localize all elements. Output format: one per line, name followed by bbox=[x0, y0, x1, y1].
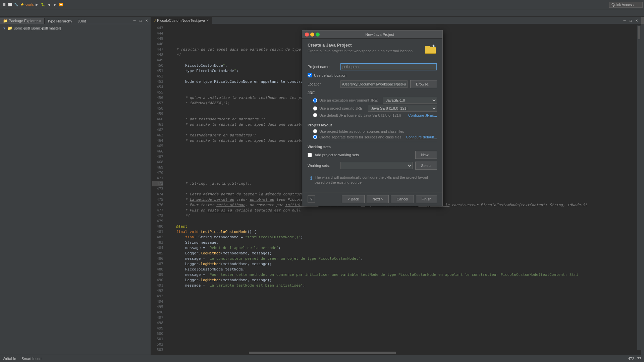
ln-470: 470 bbox=[152, 170, 163, 176]
browse-button[interactable]: Browse... bbox=[410, 80, 437, 88]
layout-option-1-label: Use project folder as root for sources a… bbox=[319, 129, 404, 133]
dialog-header-icon bbox=[424, 43, 437, 56]
dialog-header-title: Create a Java Project bbox=[308, 43, 414, 48]
working-sets-add-row: Add project to working sets New... bbox=[308, 151, 437, 159]
tab-type-hierarchy-label: Type Hierarchy bbox=[47, 19, 72, 23]
layout-radio-group: Use project folder as root for sources a… bbox=[308, 129, 437, 139]
layout-option-1-row: Use project folder as root for sources a… bbox=[313, 129, 437, 133]
h-scrollbar-thumb[interactable] bbox=[249, 352, 396, 354]
ln-464: 464 bbox=[152, 138, 163, 143]
toolbar-icon-7[interactable]: ⏩ bbox=[58, 2, 64, 7]
tab-package-explorer[interactable]: 📁 Package Explorer ✕ bbox=[0, 18, 45, 24]
ln-458: 458 bbox=[152, 106, 163, 111]
configure-default-link[interactable]: Configure default... bbox=[406, 135, 437, 139]
project-name-input[interactable] bbox=[340, 63, 437, 70]
code-485: Logger.logMethod(methodeName, message); bbox=[166, 251, 637, 256]
back-button[interactable]: < Back bbox=[342, 195, 365, 203]
h-scrollbar-track[interactable] bbox=[151, 351, 641, 355]
vertical-scrollbar[interactable] bbox=[637, 25, 641, 350]
add-to-working-sets-checkbox[interactable] bbox=[308, 153, 312, 157]
toolbar-icon-debug[interactable]: 🐛 bbox=[40, 2, 46, 7]
ln-443: 443 bbox=[152, 25, 163, 31]
scrollbar-thumb[interactable] bbox=[638, 26, 640, 39]
dialog-titlebar: New Java Project bbox=[302, 31, 442, 39]
ln-494: 494 bbox=[152, 299, 163, 304]
toolbar-icon-run[interactable]: ▶ bbox=[34, 2, 40, 7]
dialog-max-btn[interactable] bbox=[316, 33, 320, 37]
working-sets-select[interactable] bbox=[340, 162, 413, 169]
select-working-set-button[interactable]: Select bbox=[415, 162, 437, 170]
ln-482: 482 bbox=[152, 235, 163, 240]
ln-486: 486 bbox=[152, 256, 163, 261]
editor-max-icon[interactable]: □ bbox=[628, 18, 633, 23]
right-scrollbar-thumb[interactable] bbox=[641, 17, 644, 24]
editor-tab-label: PiccoloCustomNodeTest.java bbox=[157, 18, 205, 22]
jre-radio-3[interactable] bbox=[313, 113, 317, 117]
layout-radio-2[interactable] bbox=[313, 135, 317, 139]
editor-controls: ─ □ ✕ bbox=[621, 17, 641, 24]
jre-option-2-row: Use a project specific JRE: Java SE 8 [1… bbox=[313, 105, 437, 112]
help-button[interactable]: ? bbox=[308, 195, 315, 203]
tab-package-explorer-close[interactable]: ✕ bbox=[39, 19, 42, 23]
left-panel: 📁 Package Explorer ✕ Type Hierarchy JUni… bbox=[0, 17, 151, 355]
tab-type-hierarchy[interactable]: Type Hierarchy bbox=[45, 18, 75, 24]
editor-min-icon[interactable]: ─ bbox=[622, 18, 627, 23]
new-java-project-dialog[interactable]: New Java Project Create a Java Project C… bbox=[302, 30, 443, 206]
panel-max-icon[interactable]: □ bbox=[138, 18, 143, 23]
editor-area: J PiccoloCustomNodeTest.java ✕ ─ □ ✕ 443… bbox=[151, 17, 641, 355]
panel-close-icon[interactable]: ✕ bbox=[144, 18, 149, 23]
toolbar-icon-2[interactable]: ⬜ bbox=[7, 2, 13, 7]
status-position: 472 : 77 bbox=[628, 357, 641, 361]
toolbar-icon-coala[interactable]: ⚡ bbox=[19, 2, 25, 7]
project-label: upmc-pstl [upmc-pstl master] bbox=[14, 26, 61, 30]
use-default-location-checkbox[interactable] bbox=[308, 73, 312, 77]
status-writable: Writable bbox=[3, 357, 16, 361]
ln-491: 491 bbox=[152, 283, 163, 288]
editor-tab-file[interactable]: J PiccoloCustomNodeTest.java ✕ bbox=[151, 16, 212, 24]
quick-access-label: Quick Access bbox=[611, 3, 634, 7]
toolbar-icon-3[interactable]: 🔧 bbox=[13, 2, 19, 7]
jre-select-2[interactable]: Java SE 8 [1.8.0_121] bbox=[368, 105, 437, 112]
tree-item-project[interactable]: ▼ 📁 upmc-pstl [upmc-pstl master] bbox=[1, 25, 149, 31]
right-scrollbar[interactable] bbox=[641, 17, 644, 355]
ln-481: 481 bbox=[152, 229, 163, 235]
editor-close-icon[interactable]: ✕ bbox=[634, 18, 639, 23]
toolbar-icon-1[interactable]: ☰ bbox=[1, 2, 7, 7]
use-default-location-label: Use default location bbox=[314, 73, 346, 77]
jre-radio-1[interactable] bbox=[313, 98, 317, 103]
line-numbers: 443 444 445 446 447 448 449 450 451 452 … bbox=[151, 25, 166, 350]
jre-option-1-row: Use an execution environment JRE: JavaSE… bbox=[313, 97, 437, 104]
dialog-header: Create a Java Project Create a Java proj… bbox=[302, 39, 442, 59]
editor-tab-close[interactable]: ✕ bbox=[206, 19, 209, 22]
jre-select-1[interactable]: JavaSE-1.8 bbox=[383, 97, 437, 104]
cancel-button[interactable]: Cancel bbox=[391, 195, 414, 203]
project-layout-title: Project layout bbox=[308, 123, 437, 127]
jre-option-1-label: Use an execution environment JRE: bbox=[319, 98, 378, 102]
location-input[interactable] bbox=[340, 80, 408, 88]
panel-min-icon[interactable]: ─ bbox=[132, 18, 137, 23]
tab-junit[interactable]: JUnit bbox=[75, 18, 89, 24]
divider-1 bbox=[308, 120, 437, 120]
jre-radio-group: Use an execution environment JRE: JavaSE… bbox=[308, 97, 437, 117]
dialog-body: Project name: Use default location Locat… bbox=[302, 59, 442, 192]
jre-radio-2[interactable] bbox=[313, 106, 317, 111]
toolbar-icon-5[interactable]: ◀ bbox=[46, 2, 52, 7]
ln-461: 461 bbox=[152, 122, 163, 127]
dialog-header-subtitle: Create a Java project in the workspace o… bbox=[308, 49, 414, 53]
next-button[interactable]: Next > bbox=[367, 195, 389, 203]
quick-access-box[interactable]: Quick Access bbox=[609, 2, 643, 8]
finish-button[interactable]: Finish bbox=[416, 195, 437, 203]
ln-453: 453 bbox=[152, 79, 163, 84]
dialog-min-btn[interactable] bbox=[310, 33, 314, 37]
configure-jres-link[interactable]: Configure JREs... bbox=[408, 113, 437, 117]
dialog-header-text: Create a Java Project Create a Java proj… bbox=[308, 43, 414, 53]
ln-500: 500 bbox=[152, 331, 163, 337]
dialog-footer: ? < Back Next > Cancel Finish bbox=[302, 192, 442, 206]
layout-radio-1[interactable] bbox=[313, 129, 317, 133]
working-sets-field-row: Working sets: Select bbox=[308, 162, 437, 170]
code-479 bbox=[166, 219, 637, 224]
status-smart-insert: Smart Insert bbox=[21, 357, 42, 361]
new-working-set-button[interactable]: New... bbox=[415, 151, 437, 159]
dialog-close-btn[interactable] bbox=[305, 33, 309, 37]
toolbar-icon-6[interactable]: ▶ bbox=[52, 2, 58, 7]
